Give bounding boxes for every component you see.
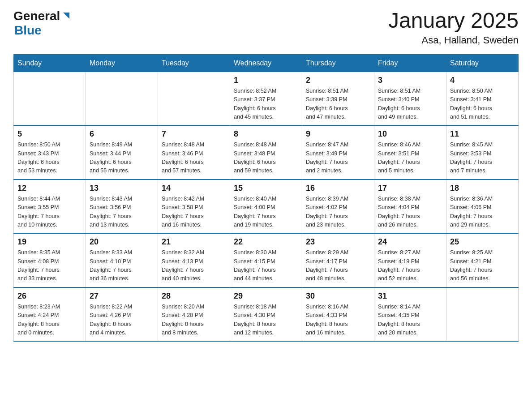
day-number: 20 bbox=[90, 237, 154, 247]
day-info: Sunrise: 8:50 AMSunset: 3:43 PMDaylight:… bbox=[17, 141, 82, 176]
day-number: 4 bbox=[450, 76, 515, 85]
day-info: Sunrise: 8:45 AMSunset: 3:53 PMDaylight:… bbox=[450, 141, 515, 176]
calendar-cell: 22Sunrise: 8:30 AMSunset: 4:15 PMDayligh… bbox=[230, 233, 302, 287]
day-info: Sunrise: 8:16 AMSunset: 4:33 PMDaylight:… bbox=[306, 303, 370, 338]
calendar-cell: 25Sunrise: 8:25 AMSunset: 4:21 PMDayligh… bbox=[446, 233, 519, 287]
calendar-cell: 8Sunrise: 8:48 AMSunset: 3:48 PMDaylight… bbox=[230, 125, 302, 180]
day-info: Sunrise: 8:40 AMSunset: 4:00 PMDaylight:… bbox=[234, 195, 298, 230]
day-number: 18 bbox=[450, 184, 515, 193]
calendar-cell: 19Sunrise: 8:35 AMSunset: 4:08 PMDayligh… bbox=[14, 233, 86, 287]
page-header: General Blue January 2025 Asa, Halland, … bbox=[13, 9, 519, 46]
calendar-cell: 30Sunrise: 8:16 AMSunset: 4:33 PMDayligh… bbox=[302, 287, 374, 342]
day-number: 8 bbox=[234, 129, 298, 139]
calendar-cell: 12Sunrise: 8:44 AMSunset: 3:55 PMDayligh… bbox=[14, 180, 86, 234]
day-info: Sunrise: 8:25 AMSunset: 4:21 PMDaylight:… bbox=[450, 248, 515, 283]
calendar-week-row: 5Sunrise: 8:50 AMSunset: 3:43 PMDaylight… bbox=[14, 125, 519, 180]
day-info: Sunrise: 8:42 AMSunset: 3:58 PMDaylight:… bbox=[162, 195, 226, 230]
day-number: 24 bbox=[378, 237, 442, 247]
calendar-cell: 15Sunrise: 8:40 AMSunset: 4:00 PMDayligh… bbox=[230, 180, 302, 234]
day-number: 21 bbox=[162, 237, 226, 247]
day-info: Sunrise: 8:50 AMSunset: 3:41 PMDaylight:… bbox=[450, 87, 515, 122]
calendar-week-row: 19Sunrise: 8:35 AMSunset: 4:08 PMDayligh… bbox=[14, 233, 519, 287]
calendar-cell: 21Sunrise: 8:32 AMSunset: 4:13 PMDayligh… bbox=[158, 233, 230, 287]
day-number: 23 bbox=[306, 237, 370, 247]
day-number: 10 bbox=[378, 129, 442, 139]
calendar-cell bbox=[14, 72, 86, 125]
day-number: 1 bbox=[234, 76, 298, 85]
calendar-week-row: 1Sunrise: 8:52 AMSunset: 3:37 PMDaylight… bbox=[14, 72, 519, 125]
calendar-week-row: 12Sunrise: 8:44 AMSunset: 3:55 PMDayligh… bbox=[14, 180, 519, 234]
header-tuesday: Tuesday bbox=[158, 54, 230, 72]
day-info: Sunrise: 8:39 AMSunset: 4:02 PMDaylight:… bbox=[306, 195, 370, 230]
day-info: Sunrise: 8:51 AMSunset: 3:40 PMDaylight:… bbox=[378, 87, 442, 122]
day-info: Sunrise: 8:49 AMSunset: 3:44 PMDaylight:… bbox=[90, 141, 154, 176]
logo: General Blue bbox=[13, 9, 69, 38]
calendar-cell: 13Sunrise: 8:43 AMSunset: 3:56 PMDayligh… bbox=[86, 180, 158, 234]
month-title: January 2025 bbox=[388, 9, 519, 33]
title-area: January 2025 Asa, Halland, Sweden bbox=[388, 9, 519, 46]
day-info: Sunrise: 8:51 AMSunset: 3:39 PMDaylight:… bbox=[306, 87, 370, 122]
day-info: Sunrise: 8:36 AMSunset: 4:06 PMDaylight:… bbox=[450, 195, 515, 230]
day-number: 12 bbox=[17, 184, 82, 193]
calendar-header-row: SundayMondayTuesdayWednesdayThursdayFrid… bbox=[14, 54, 519, 72]
day-number: 2 bbox=[306, 76, 370, 85]
day-number: 5 bbox=[17, 129, 82, 139]
day-info: Sunrise: 8:27 AMSunset: 4:19 PMDaylight:… bbox=[378, 248, 442, 283]
day-number: 26 bbox=[17, 291, 82, 301]
calendar-table: SundayMondayTuesdayWednesdayThursdayFrid… bbox=[13, 54, 519, 342]
day-info: Sunrise: 8:14 AMSunset: 4:35 PMDaylight:… bbox=[378, 303, 442, 338]
calendar-cell: 24Sunrise: 8:27 AMSunset: 4:19 PMDayligh… bbox=[374, 233, 446, 287]
calendar-cell: 23Sunrise: 8:29 AMSunset: 4:17 PMDayligh… bbox=[302, 233, 374, 287]
day-number: 27 bbox=[90, 291, 154, 301]
logo-general-text: General bbox=[13, 9, 60, 23]
calendar-cell: 16Sunrise: 8:39 AMSunset: 4:02 PMDayligh… bbox=[302, 180, 374, 234]
calendar-cell: 3Sunrise: 8:51 AMSunset: 3:40 PMDaylight… bbox=[374, 72, 446, 125]
day-info: Sunrise: 8:20 AMSunset: 4:28 PMDaylight:… bbox=[162, 303, 226, 338]
day-number: 13 bbox=[90, 184, 154, 193]
calendar-cell: 10Sunrise: 8:46 AMSunset: 3:51 PMDayligh… bbox=[374, 125, 446, 180]
calendar-cell: 2Sunrise: 8:51 AMSunset: 3:39 PMDaylight… bbox=[302, 72, 374, 125]
day-info: Sunrise: 8:38 AMSunset: 4:04 PMDaylight:… bbox=[378, 195, 442, 230]
day-number: 15 bbox=[234, 184, 298, 193]
day-number: 9 bbox=[306, 129, 370, 139]
day-info: Sunrise: 8:18 AMSunset: 4:30 PMDaylight:… bbox=[234, 303, 298, 338]
day-number: 14 bbox=[162, 184, 226, 193]
calendar-cell: 18Sunrise: 8:36 AMSunset: 4:06 PMDayligh… bbox=[446, 180, 519, 234]
calendar-week-row: 26Sunrise: 8:23 AMSunset: 4:24 PMDayligh… bbox=[14, 287, 519, 342]
header-saturday: Saturday bbox=[446, 54, 519, 72]
logo-blue-text: Blue bbox=[14, 23, 42, 37]
svg-marker-0 bbox=[63, 13, 69, 19]
location-title: Asa, Halland, Sweden bbox=[388, 34, 519, 46]
header-sunday: Sunday bbox=[14, 54, 86, 72]
day-info: Sunrise: 8:33 AMSunset: 4:10 PMDaylight:… bbox=[90, 248, 154, 283]
day-number: 7 bbox=[162, 129, 226, 139]
day-info: Sunrise: 8:23 AMSunset: 4:24 PMDaylight:… bbox=[17, 303, 82, 338]
day-info: Sunrise: 8:47 AMSunset: 3:49 PMDaylight:… bbox=[306, 141, 370, 176]
day-number: 11 bbox=[450, 129, 515, 139]
day-info: Sunrise: 8:29 AMSunset: 4:17 PMDaylight:… bbox=[306, 248, 370, 283]
day-number: 16 bbox=[306, 184, 370, 193]
day-number: 17 bbox=[378, 184, 442, 193]
calendar-cell: 14Sunrise: 8:42 AMSunset: 3:58 PMDayligh… bbox=[158, 180, 230, 234]
calendar-cell: 1Sunrise: 8:52 AMSunset: 3:37 PMDaylight… bbox=[230, 72, 302, 125]
day-info: Sunrise: 8:52 AMSunset: 3:37 PMDaylight:… bbox=[234, 87, 298, 122]
day-info: Sunrise: 8:48 AMSunset: 3:46 PMDaylight:… bbox=[162, 141, 226, 176]
day-number: 19 bbox=[17, 237, 82, 247]
calendar-cell bbox=[446, 287, 519, 342]
day-info: Sunrise: 8:32 AMSunset: 4:13 PMDaylight:… bbox=[162, 248, 226, 283]
day-info: Sunrise: 8:44 AMSunset: 3:55 PMDaylight:… bbox=[17, 195, 82, 230]
day-info: Sunrise: 8:48 AMSunset: 3:48 PMDaylight:… bbox=[234, 141, 298, 176]
calendar-cell: 7Sunrise: 8:48 AMSunset: 3:46 PMDaylight… bbox=[158, 125, 230, 180]
day-number: 22 bbox=[234, 237, 298, 247]
day-number: 28 bbox=[162, 291, 226, 301]
day-number: 30 bbox=[306, 291, 370, 301]
day-number: 25 bbox=[450, 237, 515, 247]
calendar-cell: 5Sunrise: 8:50 AMSunset: 3:43 PMDaylight… bbox=[14, 125, 86, 180]
day-number: 3 bbox=[378, 76, 442, 85]
calendar-cell: 29Sunrise: 8:18 AMSunset: 4:30 PMDayligh… bbox=[230, 287, 302, 342]
day-number: 6 bbox=[90, 129, 154, 139]
calendar-cell: 28Sunrise: 8:20 AMSunset: 4:28 PMDayligh… bbox=[158, 287, 230, 342]
day-number: 31 bbox=[378, 291, 442, 301]
logo-triangle-icon bbox=[61, 12, 69, 21]
header-thursday: Thursday bbox=[302, 54, 374, 72]
